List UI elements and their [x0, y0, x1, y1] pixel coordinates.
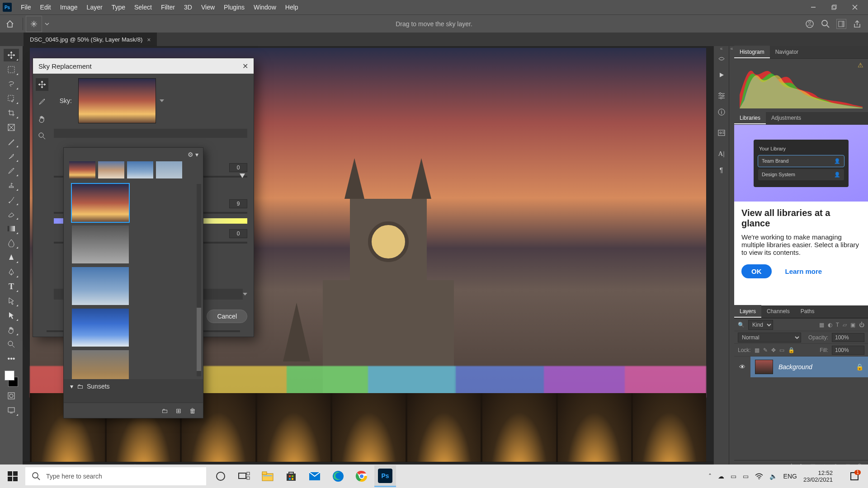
dock-icon-arrange[interactable]: [716, 53, 727, 65]
clone-stamp-tool[interactable]: [4, 179, 19, 192]
start-button[interactable]: [0, 471, 25, 481]
dodge-tool[interactable]: [4, 251, 19, 264]
home-button[interactable]: [2, 16, 18, 32]
marquee-tool[interactable]: [4, 63, 19, 76]
tray-notifications-icon[interactable]: 1: [844, 465, 865, 487]
dialog-close-icon[interactable]: ✕: [242, 62, 248, 70]
edit-toolbar[interactable]: •••: [4, 352, 19, 365]
quick-mask-toggle[interactable]: [4, 389, 19, 402]
tab-paths[interactable]: Paths: [795, 305, 820, 318]
shape-tool[interactable]: [4, 309, 19, 322]
blur-tool[interactable]: [4, 237, 19, 249]
lasso-tool[interactable]: [4, 78, 19, 90]
task-taskview-icon[interactable]: [233, 465, 255, 487]
filter-pixel-icon[interactable]: ▦: [819, 322, 824, 328]
library-row-design-system[interactable]: Design System 👤: [758, 169, 844, 180]
zoom-tool[interactable]: [4, 338, 19, 351]
recent-sky-4[interactable]: [156, 161, 182, 178]
menu-plugins[interactable]: Plugins: [219, 0, 249, 14]
close-button[interactable]: [844, 0, 865, 14]
flyout-new-icon[interactable]: ⊞: [176, 407, 181, 414]
pen-tool[interactable]: [4, 266, 19, 278]
layer-name[interactable]: Background: [778, 363, 812, 371]
hand-tool[interactable]: [4, 324, 19, 336]
filter-smart-icon[interactable]: ▣: [850, 322, 855, 328]
maximize-button[interactable]: [824, 0, 844, 14]
menu-type[interactable]: Type: [107, 0, 130, 14]
dock-icon-paragraph[interactable]: ¶: [716, 164, 727, 176]
dock-icon-character[interactable]: A|: [716, 148, 727, 160]
tray-clock[interactable]: 12:52 23/02/2021: [803, 469, 837, 483]
slider-track[interactable]: [54, 129, 247, 138]
task-cortana-icon[interactable]: [210, 465, 231, 487]
sky-zoom-tool[interactable]: [36, 130, 48, 142]
flyout-import-icon[interactable]: 🗀: [161, 407, 168, 414]
flyout-delete-icon[interactable]: 🗑: [189, 407, 196, 414]
dock-icon-info[interactable]: i: [716, 106, 727, 118]
sky-thumb-4[interactable]: [72, 309, 129, 347]
layer-filter-kind[interactable]: Kind: [748, 320, 773, 330]
sky-thumb-3[interactable]: [72, 267, 129, 305]
menu-edit[interactable]: Edit: [36, 0, 56, 14]
sky-move-tool[interactable]: [36, 78, 48, 91]
eraser-tool[interactable]: [4, 208, 19, 221]
fill-input[interactable]: [832, 346, 864, 355]
library-row-team-brand[interactable]: Team Brand 👤: [758, 155, 844, 167]
recent-sky-2[interactable]: [98, 161, 124, 178]
task-mail-icon[interactable]: [304, 465, 326, 487]
eyedropper-tool[interactable]: [4, 136, 19, 148]
layer-background[interactable]: Background 🔒: [750, 357, 868, 377]
layer-filter-search-icon[interactable]: 🔍: [738, 322, 745, 328]
tray-wifi-icon[interactable]: [755, 473, 763, 479]
tool-preset-button[interactable]: [26, 16, 42, 32]
dock-icon-sliders[interactable]: [716, 90, 727, 102]
task-edge-icon[interactable]: [327, 465, 349, 487]
history-brush-tool[interactable]: [4, 193, 19, 206]
sky-preset-dropdown-icon[interactable]: [160, 99, 164, 102]
sky-preset-thumbnail[interactable]: [78, 78, 156, 123]
quick-select-tool[interactable]: [4, 92, 19, 105]
menu-help[interactable]: Help: [281, 0, 303, 14]
menu-image[interactable]: Image: [56, 0, 82, 14]
task-store-icon[interactable]: [280, 465, 302, 487]
lock-trans-icon[interactable]: ▦: [755, 347, 760, 353]
flyout-scroll-thumb[interactable]: [197, 308, 201, 371]
lock-pos-icon[interactable]: ✥: [771, 347, 776, 353]
flyout-gear-caret[interactable]: ▾: [195, 151, 198, 158]
crop-tool[interactable]: [4, 107, 19, 119]
tab-layers[interactable]: Layers: [734, 305, 761, 318]
sky-hand-tool[interactable]: [36, 113, 48, 125]
filter-adjust-icon[interactable]: ◐: [828, 322, 832, 328]
tab-adjustments[interactable]: Adjustments: [766, 112, 807, 124]
filter-type-icon[interactable]: T: [836, 322, 839, 328]
task-photoshop-icon[interactable]: Ps: [374, 465, 396, 487]
filter-shape-icon[interactable]: ▱: [843, 322, 847, 328]
layer-thumbnail[interactable]: [755, 360, 773, 374]
dialog-titlebar[interactable]: Sky Replacement ✕: [33, 58, 254, 74]
cloud-docs-icon[interactable]: [805, 19, 815, 29]
tray-onedrive-icon[interactable]: ☁: [718, 473, 724, 480]
move-tool[interactable]: [4, 49, 19, 61]
document-tab[interactable]: DSC_0045.jpg @ 50% (Sky, Layer Mask/8) ×: [24, 33, 157, 46]
menu-file[interactable]: File: [16, 0, 36, 14]
tray-overflow-icon[interactable]: ˄: [708, 473, 712, 480]
dock-icon-play[interactable]: [716, 69, 727, 81]
screen-mode-toggle[interactable]: [4, 404, 19, 417]
sky-preset-flyout[interactable]: ⚙ ▾ ▾ 🗀 Sunsets 🗀 ⊞ 🗑: [63, 147, 203, 418]
document-tab-close-icon[interactable]: ×: [147, 36, 151, 43]
path-select-tool[interactable]: [4, 295, 19, 307]
workspace-switcher-icon[interactable]: [836, 19, 846, 29]
menu-layer[interactable]: Layer: [82, 0, 107, 14]
menu-select[interactable]: Select: [130, 0, 156, 14]
layer-locked-icon[interactable]: 🔒: [856, 363, 863, 371]
menu-3d[interactable]: 3D: [179, 0, 197, 14]
gradient-tool[interactable]: [4, 222, 19, 235]
tray-language[interactable]: ENG: [783, 473, 797, 480]
tool-preset-caret[interactable]: [45, 22, 49, 26]
tab-channels[interactable]: Channels: [761, 305, 795, 318]
color-swatches[interactable]: [4, 370, 19, 388]
flyout-gear-icon[interactable]: ⚙: [188, 151, 193, 158]
libraries-learn-more-link[interactable]: Learn more: [785, 267, 822, 275]
taskbar-search[interactable]: Type here to search: [25, 467, 206, 485]
histogram-warning-icon[interactable]: ⚠: [858, 61, 863, 69]
